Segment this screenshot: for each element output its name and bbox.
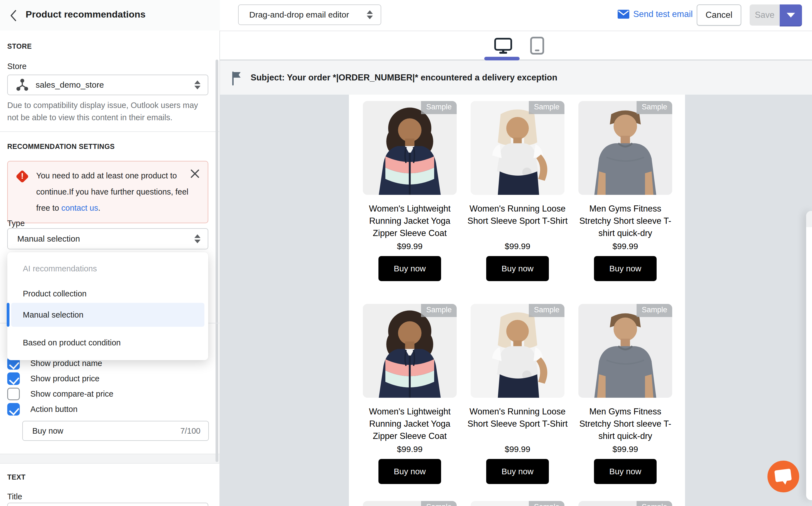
product-name: Women's Running Loose Short Sleeve Sport… bbox=[467, 406, 568, 442]
type-select-value: Manual selection bbox=[17, 234, 194, 244]
product-card: Sample Women's Running Loose Short Sleev… bbox=[470, 101, 565, 195]
product-card-partial: Sample bbox=[470, 501, 565, 506]
action-button-value: Buy now bbox=[32, 426, 180, 436]
alert-message: You need to add at least one product to … bbox=[36, 168, 191, 216]
alert-close-icon[interactable] bbox=[190, 169, 200, 179]
option-product-collection[interactable]: Product collection bbox=[11, 284, 204, 303]
buy-now-button[interactable]: Buy now bbox=[378, 256, 441, 281]
buy-now-button[interactable]: Buy now bbox=[594, 459, 657, 484]
sample-badge: Sample bbox=[637, 101, 672, 114]
checkbox-show-compare-at-price[interactable] bbox=[7, 388, 20, 400]
product-card: Sample Men Gyms Fitness Stretchy Short s… bbox=[578, 101, 672, 195]
buy-now-button[interactable]: Buy now bbox=[486, 459, 549, 484]
option-manual-selection[interactable]: Manual selection bbox=[11, 303, 204, 327]
text-section-heading: TEXT bbox=[7, 473, 26, 481]
error-alert: ! You need to add at least one product t… bbox=[7, 161, 208, 223]
chat-widget-button[interactable] bbox=[767, 460, 799, 492]
buy-now-button[interactable]: Buy now bbox=[378, 459, 441, 484]
product-card: Sample Women's Lightweight Running Jacke… bbox=[363, 304, 457, 398]
send-test-email-link[interactable]: Send test email bbox=[618, 7, 693, 21]
mobile-icon bbox=[530, 37, 544, 55]
option-label: Manual selection bbox=[23, 310, 83, 320]
product-name: Men Gyms Fitness Stretchy Short sleeve T… bbox=[575, 202, 676, 239]
desktop-preview-tab[interactable] bbox=[494, 38, 512, 55]
subject-text: Subject: Your order *|ORDER_NUMBER|* enc… bbox=[250, 73, 557, 83]
subject-bar: Subject: Your order *|ORDER_NUMBER|* enc… bbox=[220, 60, 812, 95]
save-dropdown-button[interactable] bbox=[780, 4, 802, 26]
store-section-heading: STORE bbox=[7, 42, 32, 51]
reco-section-heading: RECOMMENDATION SETTINGS bbox=[7, 143, 115, 151]
product-name: Men Gyms Fitness Stretchy Short sleeve T… bbox=[575, 406, 676, 442]
option-ai-recommendations[interactable]: AI recommendations bbox=[11, 259, 204, 278]
product-image: Sample bbox=[578, 101, 672, 195]
sample-badge: Sample bbox=[529, 501, 565, 506]
checkbox-label: Show product price bbox=[30, 374, 99, 383]
checkbox-show-product-price[interactable] bbox=[7, 372, 20, 385]
stepper-icon bbox=[194, 79, 201, 90]
product-photo-man-tshirt bbox=[578, 101, 672, 195]
sample-badge: Sample bbox=[421, 501, 457, 506]
product-image: Sample bbox=[578, 304, 672, 398]
save-button[interactable]: Save bbox=[750, 4, 780, 26]
type-dropdown-menu: AI recommendations Product collection Ma… bbox=[7, 252, 208, 360]
mobile-preview-tab[interactable] bbox=[530, 37, 544, 56]
checkbox-row: Action button bbox=[7, 403, 77, 416]
buy-now-button[interactable]: Buy now bbox=[594, 256, 657, 281]
store-select[interactable]: sales_demo_store bbox=[7, 75, 208, 95]
checkbox-row: Show product price bbox=[7, 372, 99, 385]
product-image: Sample bbox=[363, 304, 457, 398]
checkbox-row: Show compare-at price bbox=[7, 388, 113, 400]
title-input[interactable] bbox=[7, 503, 208, 506]
product-card: Sample Women's Running Loose Short Sleev… bbox=[470, 304, 565, 398]
sample-badge: Sample bbox=[529, 101, 565, 114]
product-name: Women's Running Loose Short Sleeve Sport… bbox=[467, 202, 568, 239]
product-image: Sample bbox=[470, 304, 565, 398]
product-photo-woman-tshirt bbox=[470, 101, 565, 195]
selected-option-indicator bbox=[7, 303, 9, 327]
product-photo-woman-hoodie bbox=[363, 304, 457, 398]
product-price: $99.99 bbox=[363, 444, 457, 454]
envelope-icon bbox=[618, 10, 629, 19]
back-button[interactable] bbox=[7, 8, 21, 23]
type-select[interactable]: Manual selection bbox=[7, 228, 208, 249]
page-title: Product recommendations bbox=[26, 9, 146, 20]
send-test-label: Send test email bbox=[633, 9, 693, 19]
title-label: Title bbox=[7, 492, 22, 501]
product-name: Women's Lightweight Running Jacket Yoga … bbox=[359, 406, 460, 442]
checkbox-label: Show compare-at price bbox=[30, 390, 113, 399]
sample-badge: Sample bbox=[421, 304, 457, 317]
store-label: Store bbox=[7, 62, 26, 71]
checkbox-label: Action button bbox=[30, 405, 77, 414]
sample-badge: Sample bbox=[637, 304, 672, 317]
cancel-button[interactable]: Cancel bbox=[697, 4, 741, 26]
product-price: $99.99 bbox=[470, 242, 565, 251]
email-body: Sample Women's Lightweight Running Jacke… bbox=[349, 95, 685, 506]
desktop-icon bbox=[494, 38, 512, 54]
sidebar: Product recommendations STORE Store Conn… bbox=[0, 0, 220, 506]
editor-mode-select[interactable]: Drag-and-drop email editor bbox=[238, 4, 381, 25]
sidebar-scrollbar[interactable] bbox=[216, 60, 218, 462]
email-preview-canvas: Sample Women's Lightweight Running Jacke… bbox=[220, 95, 812, 506]
sample-badge: Sample bbox=[529, 304, 565, 317]
product-image: Sample bbox=[363, 101, 457, 195]
product-photo-woman-hoodie bbox=[363, 101, 457, 195]
active-tab-indicator bbox=[484, 57, 520, 60]
outlook-note: Due to compatibility display issue, Outl… bbox=[7, 99, 202, 123]
char-counter: 7/100 bbox=[180, 426, 201, 436]
product-photo-woman-tshirt bbox=[470, 304, 565, 398]
side-panel-header-edge bbox=[806, 211, 812, 227]
type-label: Type bbox=[7, 219, 25, 228]
checkbox-action-button[interactable] bbox=[7, 403, 20, 416]
buy-now-button[interactable]: Buy now bbox=[486, 256, 549, 281]
product-price: $99.99 bbox=[363, 242, 457, 251]
action-button-text-input[interactable]: Buy now 7/100 bbox=[22, 421, 209, 441]
option-based-on-condition[interactable]: Based on product condition bbox=[11, 333, 204, 352]
alert-diamond-icon: ! bbox=[16, 170, 28, 183]
product-card: Sample Women's Lightweight Running Jacke… bbox=[363, 101, 457, 195]
alert-suffix: . bbox=[98, 203, 100, 213]
editor-mode-value: Drag-and-drop email editor bbox=[249, 10, 366, 19]
contact-us-link[interactable]: contact us bbox=[61, 203, 98, 213]
side-panel-edge bbox=[806, 211, 812, 500]
section-divider bbox=[0, 132, 220, 132]
product-photo-man-tshirt bbox=[578, 304, 672, 398]
